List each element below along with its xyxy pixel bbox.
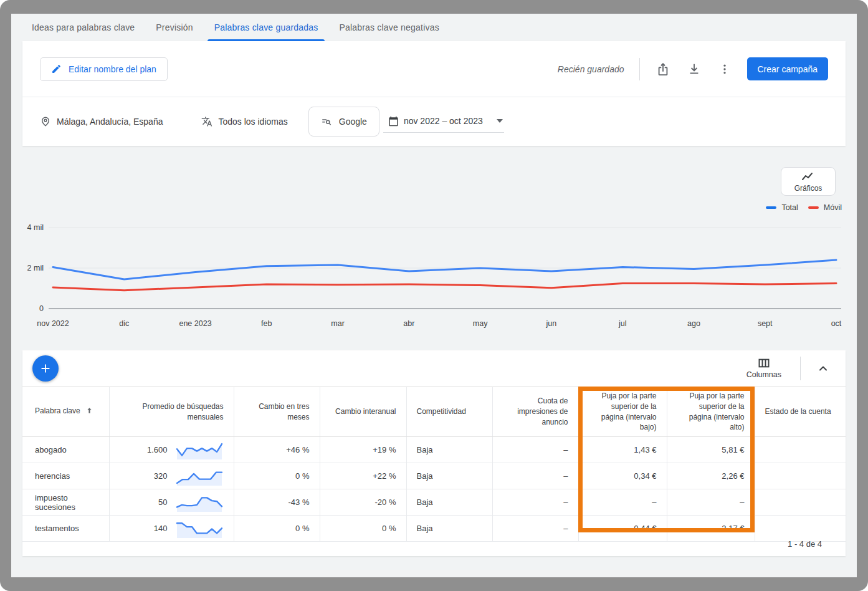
- table-topbar-actions: Columnas: [728, 350, 846, 387]
- share-button[interactable]: [655, 61, 671, 77]
- location-filter[interactable]: Málaga, Andalucía, España: [40, 116, 163, 127]
- svg-text:ene 2023: ene 2023: [179, 319, 211, 328]
- saved-status: Recién guardado: [558, 64, 624, 74]
- pencil-icon: [51, 64, 62, 74]
- tab-palabras-clave-negativas[interactable]: Palabras clave negativas: [328, 14, 449, 41]
- svg-text:sept: sept: [758, 319, 773, 328]
- collapse-table-button[interactable]: [801, 362, 846, 375]
- date-range-label: nov 2022 – oct 2023: [404, 116, 483, 126]
- legend-movil-label: Móvil: [824, 203, 842, 212]
- top-bid-low-cell: 1,43 €: [578, 437, 667, 463]
- top-bid-high-cell: 2,26 €: [667, 463, 755, 489]
- search-network-icon: [321, 116, 332, 127]
- svg-text:mar: mar: [331, 319, 345, 328]
- svg-text:jul: jul: [618, 319, 627, 328]
- table-row[interactable]: herencias 320 0 % +22 % Baja – 0,34 € 2,…: [22, 463, 846, 489]
- tab-ideas-para-palabras-clave[interactable]: Ideas para palabras clave: [21, 14, 145, 41]
- legend-total-label: Total: [781, 203, 798, 212]
- legend-movil: Móvil: [808, 203, 842, 212]
- column-header-competitividad[interactable]: Competitividad: [406, 387, 492, 437]
- network-filter[interactable]: Google: [308, 107, 379, 137]
- more-options-button[interactable]: [717, 62, 732, 77]
- keyword-plan-page: Ideas para palabras clave Previsión Pala…: [11, 14, 857, 577]
- three-month-change-cell: 0 %: [234, 463, 320, 489]
- svg-text:4 mil: 4 mil: [27, 223, 44, 232]
- edit-plan-name-button[interactable]: Editar nombre del plan: [40, 57, 168, 81]
- language-filter[interactable]: Todos los idiomas: [201, 116, 287, 127]
- ad-impression-share-cell: –: [492, 489, 578, 516]
- download-icon: [687, 62, 701, 76]
- toolbar-divider: [639, 58, 640, 80]
- add-keywords-button[interactable]: [32, 355, 59, 382]
- plan-filters: Málaga, Andalucía, España Todos los idio…: [22, 97, 846, 146]
- competition-cell: Baja: [406, 489, 492, 516]
- date-range-control: nov 2022 – oct 2023: [383, 111, 504, 133]
- columns-button[interactable]: Columnas: [728, 358, 800, 379]
- kebab-menu-icon: [718, 63, 731, 75]
- trend-line-chart: 02 mil4 milnov 2022dicene 2023febmarabrm…: [11, 146, 857, 350]
- yoy-change-cell: +22 %: [320, 463, 406, 489]
- charts-toggle-button[interactable]: Gráficos: [781, 167, 836, 196]
- table-row[interactable]: impuesto sucesiones 50 -43 % -20 % Baja …: [22, 489, 846, 516]
- charts-button-label: Gráficos: [794, 184, 823, 193]
- chevron-up-icon: [817, 362, 829, 375]
- svg-text:oct: oct: [831, 319, 842, 328]
- create-campaign-button[interactable]: Crear campaña: [747, 57, 829, 80]
- keyword-cell: impuesto sucesiones: [22, 489, 109, 516]
- language-filter-label: Todos los idiomas: [218, 117, 287, 127]
- column-header-estado-cuenta[interactable]: Estado de la cuenta: [755, 387, 846, 437]
- legend-total: Total: [766, 203, 798, 212]
- svg-text:0: 0: [39, 304, 44, 313]
- three-month-change-cell: +46 %: [234, 437, 320, 463]
- translate-icon: [201, 116, 212, 127]
- tab-prevision[interactable]: Previsión: [145, 14, 203, 41]
- chevron-down-icon: [497, 119, 503, 123]
- column-header-promedio[interactable]: Promedio de búsquedas mensuales: [109, 387, 234, 437]
- top-bid-low-cell: –: [578, 489, 667, 516]
- table-row[interactable]: abogado 1.600 +46 % +19 % Baja – 1,43 € …: [22, 437, 846, 463]
- svg-text:may: may: [473, 319, 488, 328]
- column-header-cambio-tres-meses[interactable]: Cambio en tres meses: [234, 387, 320, 437]
- account-status-cell: [755, 437, 846, 463]
- plus-icon: [39, 362, 52, 375]
- top-bid-high-cell: –: [667, 489, 755, 516]
- plan-header-card: Editar nombre del plan Recién guardado: [22, 41, 846, 146]
- svg-text:ago: ago: [687, 319, 700, 328]
- column-header-cambio-interanual[interactable]: Cambio interanual: [320, 387, 406, 437]
- create-campaign-label: Crear campaña: [758, 64, 818, 74]
- competition-cell: Baja: [406, 437, 492, 463]
- column-header-puja-bajo[interactable]: Puja por la parte superior de la página …: [578, 387, 667, 437]
- search-trend-sparkline: [175, 467, 224, 486]
- tab-palabras-clave-guardadas[interactable]: Palabras clave guardadas: [204, 14, 329, 41]
- column-header-palabra-clave[interactable]: Palabra clave: [22, 387, 109, 437]
- edit-plan-name-label: Editar nombre del plan: [69, 64, 156, 74]
- yoy-change-cell: -20 %: [320, 489, 406, 516]
- date-range-filter[interactable]: nov 2022 – oct 2023: [383, 111, 504, 133]
- column-header-cuota-impresiones[interactable]: Cuota de impresiones de anuncio: [492, 387, 578, 437]
- avg-searches-value: 320: [154, 471, 168, 481]
- svg-text:jun: jun: [546, 319, 557, 328]
- calendar-icon: [388, 116, 399, 127]
- legend-movil-swatch: [808, 206, 819, 209]
- toolbar-actions: Recién guardado: [558, 57, 828, 80]
- table-header-row: Palabra clave Promedio de búsquedas mens…: [22, 387, 846, 437]
- column-header-puja-alto[interactable]: Puja por la parte superior de la página …: [667, 387, 755, 437]
- ad-impression-share-cell: –: [492, 437, 578, 463]
- account-status-cell: [755, 463, 846, 489]
- ad-impression-share-cell: –: [492, 463, 578, 489]
- saved-keywords-table: Palabra clave Promedio de búsquedas mens…: [22, 387, 846, 542]
- plan-tabbar: Ideas para palabras clave Previsión Pala…: [11, 14, 857, 41]
- table-topbar: Columnas: [22, 350, 846, 387]
- share-icon: [656, 62, 670, 76]
- avg-searches-value: 50: [158, 497, 167, 507]
- account-status-cell: [755, 489, 846, 516]
- chart-legend: Total Móvil: [766, 203, 842, 212]
- sort-ascending-icon: [85, 408, 93, 416]
- top-bid-high-cell: 5,81 €: [667, 437, 755, 463]
- location-filter-label: Málaga, Andalucía, España: [57, 117, 163, 127]
- svg-text:2 mil: 2 mil: [27, 264, 44, 272]
- pagination-label: 1 - 4 de 4: [788, 539, 822, 549]
- columns-button-label: Columnas: [746, 370, 781, 379]
- download-button[interactable]: [686, 61, 702, 77]
- columns-icon: [758, 358, 770, 368]
